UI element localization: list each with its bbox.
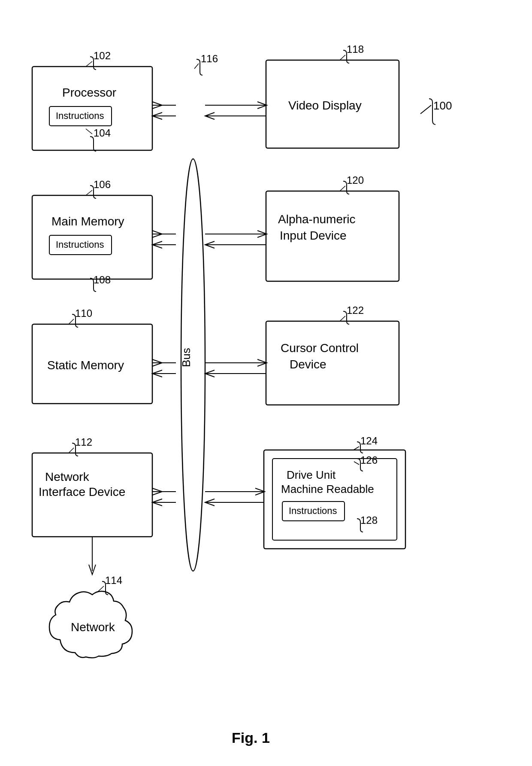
drive-unit-instr-ref-label: 128: [360, 514, 378, 526]
cursor-control-label2: Device: [290, 358, 326, 371]
cursor-control-ref-label: 122: [347, 304, 364, 316]
bus-label: Bus: [180, 348, 193, 367]
drive-unit-instructions-label: Instructions: [289, 505, 337, 516]
network-interface-ref-label: 112: [75, 436, 92, 448]
svg-line-5: [86, 61, 92, 67]
svg-line-6: [86, 129, 92, 134]
svg-line-40: [354, 462, 359, 465]
processor-ref-label: 102: [94, 50, 111, 61]
diagram-container: 100 Bus 116 Processor Instructions 102 1…: [0, 0, 532, 766]
bus-ref-label: 116: [201, 53, 218, 64]
svg-line-33: [340, 316, 345, 321]
processor-instr-ref-label: 104: [94, 127, 111, 139]
fig-label: Fig. 1: [232, 730, 270, 746]
video-display-label: Video Display: [288, 99, 362, 112]
svg-line-0: [420, 105, 431, 114]
main-memory-label: Main Memory: [51, 215, 124, 228]
network-interface-label2: Interface Device: [39, 485, 125, 499]
network-label: Network: [71, 620, 115, 634]
network-ref-label: 114: [105, 574, 122, 586]
svg-rect-32: [266, 321, 399, 405]
main-memory-instructions-label: Instructions: [56, 239, 104, 250]
svg-line-19: [69, 448, 74, 453]
drive-unit-label: Drive Unit: [287, 468, 336, 481]
processor-instructions-label: Instructions: [56, 110, 104, 121]
svg-line-2: [194, 64, 199, 69]
svg-line-15: [69, 319, 74, 324]
svg-rect-9: [32, 195, 152, 279]
alphanumeric-label2: Input Device: [280, 229, 347, 242]
video-display-ref-label: 118: [347, 43, 364, 55]
drive-unit-inner-ref-label: 126: [360, 454, 378, 466]
main-memory-ref-label: 106: [94, 179, 111, 190]
static-memory-label: Static Memory: [47, 359, 124, 372]
alphanumeric-ref-label: 120: [347, 174, 364, 186]
drive-unit-ref-label: 124: [360, 435, 378, 447]
drive-unit-label2: Machine Readable: [281, 483, 374, 495]
svg-rect-3: [32, 67, 152, 150]
network-interface-label: Network: [45, 470, 90, 483]
alphanumeric-label: Alpha-numeric: [278, 213, 356, 226]
svg-line-29: [340, 186, 345, 191]
svg-rect-36: [264, 450, 405, 549]
static-memory-ref-label: 110: [75, 307, 92, 319]
processor-label: Processor: [62, 86, 116, 99]
svg-line-25: [340, 55, 345, 60]
system-ref-label: 100: [433, 99, 452, 112]
svg-line-11: [86, 190, 92, 195]
main-memory-instr-ref-label: 108: [94, 274, 111, 286]
cursor-control-label: Cursor Control: [281, 341, 359, 355]
